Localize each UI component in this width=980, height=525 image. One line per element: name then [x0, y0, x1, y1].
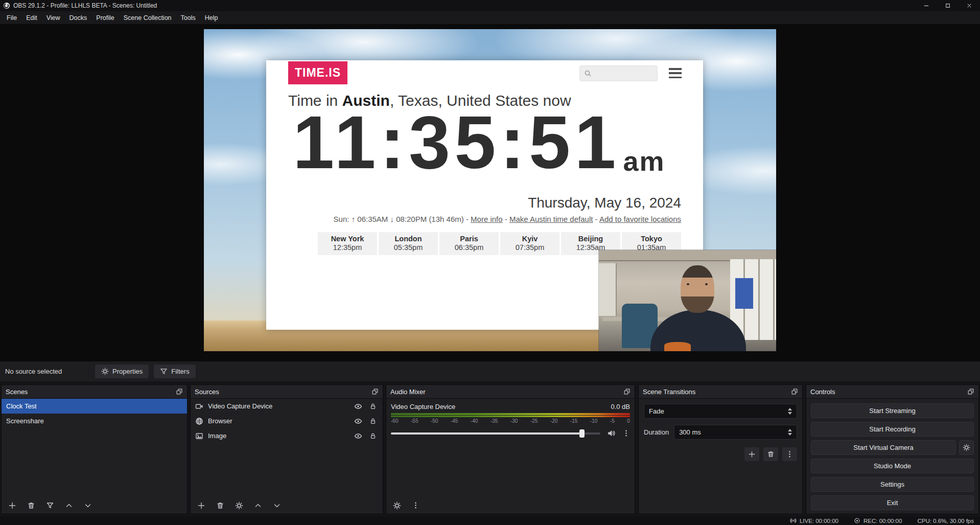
remove-source-button[interactable] [213, 499, 227, 512]
sources-dock: Sources Video Capture Device Browser [190, 384, 383, 514]
visibility-icon[interactable] [354, 402, 362, 410]
obs-logo-icon [3, 2, 10, 9]
city-card: London05:35pm [379, 232, 438, 255]
video-frame[interactable]: TIME.IS Time in Austin, Texas, United St… [204, 29, 776, 351]
menu-icon [669, 68, 682, 78]
dock-popout-icon[interactable] [176, 388, 183, 395]
dock-popout-icon[interactable] [623, 388, 631, 395]
dock-popout-icon[interactable] [791, 388, 798, 395]
source-toolbar: No source selected Properties Filters [0, 361, 980, 381]
maximize-button[interactable] [937, 0, 959, 11]
settings-button[interactable]: Settings [811, 477, 974, 492]
menu-view[interactable]: View [42, 12, 65, 24]
live-status: LIVE: 00:00:00 [790, 517, 838, 524]
add-scene-button[interactable] [5, 499, 19, 512]
timeis-logo: TIME.IS [288, 61, 347, 84]
transition-options-button[interactable] [782, 447, 797, 461]
scene-item-screenshare[interactable]: Screenshare [2, 414, 187, 428]
filters-button[interactable]: Filters [154, 364, 195, 378]
scene-item-clock-test[interactable]: Clock Test [2, 399, 187, 414]
filters-icon [160, 368, 168, 375]
browser-source-icon [195, 417, 203, 425]
menu-file[interactable]: File [2, 12, 21, 24]
timeis-clock: 11:35:51 am [293, 105, 665, 180]
volume-slider-handle[interactable] [579, 429, 585, 438]
options-icon[interactable] [622, 429, 630, 437]
make-default-link: Make Austin time default [509, 215, 593, 223]
menu-profile[interactable]: Profile [91, 12, 119, 24]
window-controls [916, 0, 980, 11]
gear-icon [963, 444, 970, 451]
mixer-toolbar [386, 497, 635, 514]
exit-button[interactable]: Exit [811, 495, 974, 510]
mixer-db-value: 0.0 dB [611, 403, 630, 410]
clock-ampm: am [623, 147, 665, 175]
audio-mixer-title: Audio Mixer [390, 388, 426, 396]
add-transition-button[interactable] [744, 447, 759, 461]
mute-toggle-icon[interactable] [607, 429, 616, 438]
webcam-person-head [681, 265, 714, 313]
lock-icon[interactable] [369, 432, 377, 440]
properties-button[interactable]: Properties [95, 364, 149, 378]
lock-icon[interactable] [369, 418, 377, 425]
source-item-image[interactable]: Image [191, 428, 383, 443]
timeis-search-input [579, 65, 658, 81]
timeis-sun-line: Sun: ↑ 06:35AM ↓ 08:20PM (13h 46m) - Mor… [334, 215, 681, 223]
scene-filters-button[interactable] [43, 499, 57, 512]
move-scene-down-button[interactable] [81, 499, 95, 512]
start-virtual-camera-button[interactable]: Start Virtual Camera [811, 440, 956, 455]
menu-docks[interactable]: Docks [65, 12, 92, 24]
menu-scene-collection[interactable]: Scene Collection [119, 12, 176, 24]
dock-area: Scenes Clock Test Screenshare Sources Vi… [0, 381, 980, 516]
move-source-down-button[interactable] [270, 499, 284, 512]
lock-icon[interactable] [369, 403, 377, 410]
studio-mode-button[interactable]: Studio Mode [811, 459, 974, 473]
visibility-icon[interactable] [354, 417, 362, 425]
duration-spinner[interactable]: 300 ms [674, 425, 797, 440]
cpu-fps-stats: CPU: 0.6%, 30.00 fps [917, 518, 974, 524]
visibility-icon[interactable] [354, 432, 362, 440]
audio-mixer-dock: Audio Mixer Video Capture Device 0.0 dB … [386, 384, 635, 514]
remove-scene-button[interactable] [24, 499, 38, 512]
start-recording-button[interactable]: Start Recording [811, 422, 974, 437]
start-streaming-button[interactable]: Start Streaming [811, 403, 974, 418]
meter-scale: -60-55-50-45-40-35-30-25-20-15-10-50 [391, 418, 630, 424]
menu-edit[interactable]: Edit [21, 12, 42, 24]
source-properties-button[interactable] [232, 499, 246, 512]
controls-dock: Controls Start Streaming Start Recording… [806, 384, 979, 514]
mixer-channel-name: Video Capture Device [391, 403, 455, 410]
source-item-video-capture[interactable]: Video Capture Device [191, 399, 383, 414]
dock-popout-icon[interactable] [967, 388, 974, 395]
live-icon [790, 517, 797, 524]
dock-popout-icon[interactable] [371, 388, 379, 395]
add-source-button[interactable] [194, 499, 208, 512]
controls-dock-header: Controls [806, 385, 978, 399]
advanced-audio-button[interactable] [390, 499, 404, 512]
move-source-up-button[interactable] [251, 499, 265, 512]
mixer-channel: Video Capture Device 0.0 dB -60-55-50-45… [386, 399, 635, 438]
rec-status: REC: 00:00:00 [854, 517, 902, 524]
sources-toolbar [191, 497, 383, 514]
scene-transitions-header: Scene Transitions [639, 385, 802, 399]
menu-help[interactable]: Help [200, 12, 223, 24]
clock-time: 11:35:51 [293, 105, 620, 180]
timeis-date: Thursday, May 16, 2024 [528, 195, 681, 211]
volume-slider[interactable] [391, 432, 600, 435]
scenes-dock-header: Scenes [2, 385, 187, 399]
minimize-button[interactable] [916, 0, 937, 11]
menu-tools[interactable]: Tools [176, 12, 200, 24]
preview-canvas[interactable]: TIME.IS Time in Austin, Texas, United St… [0, 24, 980, 361]
transition-select[interactable]: Fade [644, 404, 797, 419]
webcam-person-eyes [687, 283, 708, 287]
close-button[interactable] [959, 0, 980, 11]
chevron-updown-icon [788, 429, 792, 436]
virtual-camera-settings-button[interactable] [959, 440, 974, 455]
add-favorite-link: Add to favorite locations [599, 215, 681, 223]
remove-transition-button[interactable] [763, 447, 778, 461]
mixer-options-button[interactable] [409, 499, 423, 512]
title-bar: OBS 29.1.2 - Profile: LLHLS BETA - Scene… [0, 0, 980, 11]
source-item-browser[interactable]: Browser [191, 414, 383, 428]
window-title: OBS 29.1.2 - Profile: LLHLS BETA - Scene… [13, 2, 157, 9]
move-scene-up-button[interactable] [62, 499, 76, 512]
transitions-toolbar [644, 447, 797, 461]
